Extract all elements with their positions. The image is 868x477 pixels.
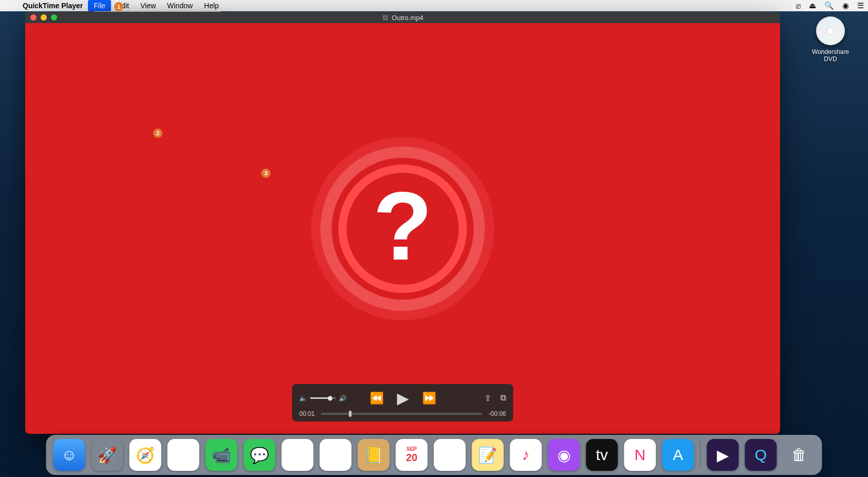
dvd-icon <box>816 16 845 45</box>
menu-file[interactable]: File <box>88 0 111 11</box>
rewind-button[interactable]: ⏪ <box>370 392 384 405</box>
zoom-icon[interactable] <box>51 14 57 21</box>
dock-ft[interactable]: 📹 <box>206 439 238 471</box>
control-center-icon[interactable]: ☰ <box>857 1 864 10</box>
eject-icon[interactable]: ⏏ <box>809 1 816 10</box>
airplay-icon[interactable]: ⎚ <box>796 2 801 10</box>
minimize-icon[interactable] <box>41 14 47 21</box>
playback-controls: 🔈 🔊 ⏪ ▶ ⏩ ⇪ ⧉ 00:01 -00:06 <box>292 384 513 421</box>
siri-icon[interactable]: ◉ <box>842 1 849 10</box>
desktop-icon-label: Wondershare DVD <box>807 48 854 63</box>
desktop-disc[interactable]: Wondershare DVD <box>807 16 854 63</box>
movie-icon <box>382 14 389 21</box>
dock-cal[interactable]: SEP20 <box>396 439 428 471</box>
close-icon[interactable] <box>30 14 37 21</box>
traffic-lights[interactable] <box>25 14 57 21</box>
volume-control[interactable]: 🔈 🔊 <box>299 395 347 402</box>
dock-qt[interactable]: Q <box>745 439 777 471</box>
window-title: Outro.mp4 <box>382 14 423 22</box>
elapsed-time: 00:01 <box>299 410 315 417</box>
menu-view[interactable]: View <box>135 0 161 11</box>
dock-mail[interactable]: ✉︎ <box>168 439 200 471</box>
remaining-time: -00:06 <box>489 410 506 417</box>
dock-photos[interactable]: ❀ <box>320 439 352 471</box>
scrubber[interactable] <box>321 413 482 415</box>
play-button[interactable]: ▶ <box>397 389 409 407</box>
player-window: Outro.mp4 ? 🔈 🔊 ⏪ ▶ ⏩ ⇪ ⧉ 00:01 <box>25 12 780 434</box>
dock-rem[interactable]: ☑ <box>434 439 466 471</box>
dock-notes[interactable]: 📝 <box>472 439 504 471</box>
dock-pod[interactable]: ◉ <box>548 439 580 471</box>
volume-slider[interactable] <box>310 397 336 399</box>
forward-button[interactable]: ⏩ <box>422 392 436 405</box>
dock-trash[interactable]: 🗑 <box>783 439 815 471</box>
dock-news[interactable]: N <box>624 439 656 471</box>
share-button[interactable]: ⇪ <box>484 393 491 403</box>
dock-msg[interactable]: 💬 <box>244 439 276 471</box>
annotation-3: 3 <box>261 169 270 178</box>
search-icon[interactable]: 🔍 <box>824 1 834 10</box>
dock-maps[interactable]: 🗺 <box>282 439 314 471</box>
dock-contacts[interactable]: 📒 <box>358 439 390 471</box>
dock-uni[interactable]: ▶ <box>707 439 739 471</box>
video-graphic: ? <box>320 146 485 311</box>
menu-bar: QuickTime Player File Edit View Window H… <box>0 0 868 11</box>
mute-icon[interactable]: 🔈 <box>299 395 307 402</box>
dock-launch[interactable]: 🚀 <box>92 439 123 471</box>
dock-finder[interactable]: ☺ <box>53 439 85 471</box>
dock-store[interactable]: A <box>662 439 694 471</box>
menu-window[interactable]: Window <box>161 0 198 11</box>
dock: ☺🚀🧭✉︎📹💬🗺❀📒SEP20☑📝♪◉tvNA▶Q🗑 <box>46 435 822 475</box>
annotation-1: 1 <box>114 2 123 11</box>
title-bar[interactable]: Outro.mp4 <box>25 12 780 23</box>
annotation-2: 2 <box>153 129 162 138</box>
volume-max-icon: 🔊 <box>339 395 347 402</box>
app-name[interactable]: QuickTime Player <box>17 2 88 10</box>
menu-help[interactable]: Help <box>198 0 225 11</box>
dock-tv[interactable]: tv <box>586 439 618 471</box>
dock-music[interactable]: ♪ <box>510 439 542 471</box>
dock-safari[interactable]: 🧭 <box>130 439 161 471</box>
pip-button[interactable]: ⧉ <box>500 393 506 403</box>
video-canvas[interactable]: ? 🔈 🔊 ⏪ ▶ ⏩ ⇪ ⧉ 00:01 -00:06 <box>25 23 780 434</box>
